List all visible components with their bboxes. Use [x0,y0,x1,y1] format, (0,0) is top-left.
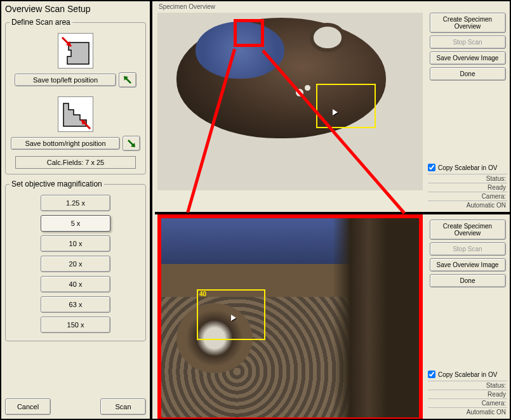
stop-scan-button-top[interactable]: Stop Scan [430,36,506,49]
move-top-left-button[interactable] [119,72,136,88]
scan-button[interactable]: Scan [100,398,146,415]
camera-value-top: Automatic ON [428,200,507,209]
top-side-controls: Create Specimen Overview Stop Scan Save … [428,13,507,81]
specimen-overview-top: Specimen Overview Create Specimen Overvi… [155,1,510,212]
create-overview-button-top[interactable]: Create Specimen Overview [430,13,506,33]
move-bottom-right-button[interactable] [123,136,140,151]
bottom-side-controls: Create Specimen Overview Stop Scan Save … [428,220,507,287]
magnification-option-5x[interactable]: 5 x [41,215,110,232]
overview-scan-setup-panel: Overview Scan Setup Define Scan area Sav… [1,1,152,419]
define-scan-area-group: Define Scan area Save top/left position … [5,18,146,174]
save-top-left-button[interactable]: Save top/left position [15,74,116,86]
status-block-top: Copy Scalebar in OV Status: Ready Camera… [428,164,507,209]
done-button-bottom[interactable]: Done [430,274,506,287]
camera-label-top: Camera: [428,192,507,200]
set-magnification-group: Set objective magnification 1.25 x5 x10 … [5,180,146,341]
overview-image-top[interactable] [157,13,423,190]
zoom-target-box [157,214,423,420]
top-left-icon [58,33,93,69]
specimen-overview-title: Specimen Overview [155,1,510,12]
magnification-option-63x[interactable]: 63 x [41,296,110,313]
overview-image-bottom[interactable]: 40 [157,214,423,420]
arrow-down-right-icon [126,138,136,148]
save-bottom-right-button[interactable]: Save bottom/right position [11,137,120,150]
copy-scalebar-input-top[interactable] [428,164,435,171]
copy-scalebar-checkbox-bottom[interactable]: Copy Scalebar in OV [428,371,507,378]
copy-scalebar-label-bottom: Copy Scalebar in OV [438,371,497,378]
save-overview-button-top[interactable]: Save Overview Image [430,51,506,65]
viewer-area: Specimen Overview Create Specimen Overvi… [155,1,510,419]
magnification-option-150x[interactable]: 150 x [41,317,110,333]
magnification-option-20x[interactable]: 20 x [41,256,110,272]
status-label-bottom: Status: [428,381,507,390]
magnification-option-40x[interactable]: 40 x [41,276,110,292]
camera-value-bottom: Automatic ON [428,407,507,416]
save-overview-button-bottom[interactable]: Save Overview Image [430,258,506,272]
camera-label-bottom: Camera: [428,398,507,407]
define-scan-area-legend: Define Scan area [10,18,72,27]
create-overview-button-bottom[interactable]: Create Specimen Overview [430,220,506,240]
stop-scan-button-bottom[interactable]: Stop Scan [430,242,506,256]
copy-scalebar-checkbox-top[interactable]: Copy Scalebar in OV [428,164,507,171]
magnification-option-1.25x[interactable]: 1.25 x [41,195,110,211]
copy-scalebar-label: Copy Scalebar in OV [438,164,497,171]
calc-fields-display: Calc.Fields: 7 x 25 [15,156,136,169]
copy-scalebar-input-bottom[interactable] [428,371,435,378]
zoom-source-box [234,19,264,47]
done-button-top[interactable]: Done [430,67,506,81]
panel-title: Overview Scan Setup [4,3,147,16]
status-block-bottom: Copy Scalebar in OV Status: Ready Camera… [428,371,507,416]
magnification-option-10x[interactable]: 10 x [41,235,110,252]
status-label-top: Status: [428,174,507,183]
status-value-bottom: Ready [428,390,507,398]
arrow-up-left-icon [123,75,133,85]
status-value-top: Ready [428,183,507,192]
cancel-button[interactable]: Cancel [5,398,51,415]
specimen-overview-bottom: 40 Create Specimen Overview Stop Scan Sa… [155,212,510,419]
bottom-right-icon [58,96,93,132]
set-magnification-legend: Set objective magnification [10,180,104,188]
